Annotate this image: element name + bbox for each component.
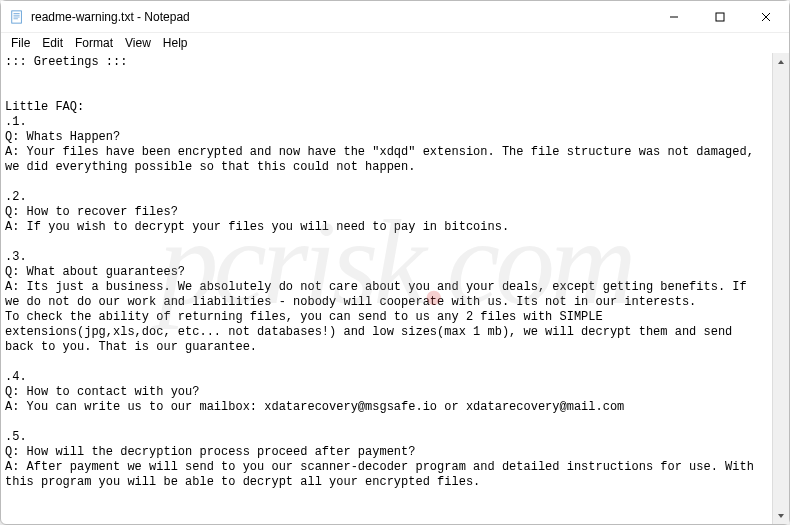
menu-help[interactable]: Help	[157, 34, 194, 52]
maximize-button[interactable]	[697, 1, 743, 32]
window-title: readme-warning.txt - Notepad	[31, 10, 651, 24]
notepad-icon	[9, 9, 25, 25]
notepad-window: readme-warning.txt - Notepad File Edit F…	[0, 0, 790, 525]
svg-rect-6	[716, 13, 724, 21]
menu-view[interactable]: View	[119, 34, 157, 52]
scroll-up-arrow[interactable]	[773, 53, 789, 70]
menu-format[interactable]: Format	[69, 34, 119, 52]
text-area[interactable]: ::: Greetings ::: Little FAQ: .1. Q: Wha…	[1, 53, 772, 524]
menu-file[interactable]: File	[5, 34, 36, 52]
window-controls	[651, 1, 789, 32]
content-wrapper: ::: Greetings ::: Little FAQ: .1. Q: Wha…	[1, 53, 789, 524]
menu-edit[interactable]: Edit	[36, 34, 69, 52]
minimize-button[interactable]	[651, 1, 697, 32]
titlebar: readme-warning.txt - Notepad	[1, 1, 789, 33]
close-button[interactable]	[743, 1, 789, 32]
scroll-down-arrow[interactable]	[773, 507, 789, 524]
menubar: File Edit Format View Help	[1, 33, 789, 53]
vertical-scrollbar[interactable]	[772, 53, 789, 524]
